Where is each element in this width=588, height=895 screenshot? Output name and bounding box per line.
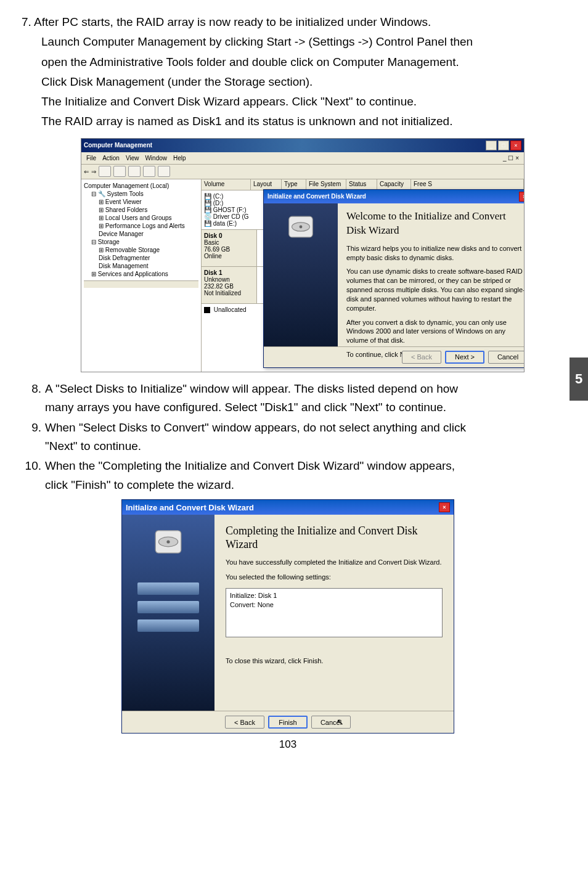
- mdi-close[interactable]: _ ☐ ×: [503, 155, 519, 161]
- toolbar-button-4[interactable]: [143, 166, 155, 177]
- step8-l1: A "Select Disks to Initialize" window wi…: [45, 382, 458, 395]
- disk0-name: Disk 0: [204, 232, 254, 239]
- tree-devmgr[interactable]: Device Manager: [84, 230, 198, 238]
- toolbar-button-1[interactable]: [99, 166, 111, 177]
- step9-l2: "Next" to continue.: [45, 439, 141, 452]
- step10-l1: When the "Completing the Initialize and …: [45, 459, 455, 472]
- wizard-dialog: Initialize and Convert Disk Wizard × Wel…: [263, 189, 525, 368]
- wizard-back-button: < Back: [402, 351, 441, 364]
- wizard-title: Initialize and Convert Disk Wizard: [267, 193, 519, 200]
- disk1-status: Not Initialized: [204, 290, 254, 296]
- svg-point-5: [166, 541, 169, 544]
- tree-event[interactable]: ⊞ Event Viewer: [84, 198, 198, 206]
- disk1-name: Disk 1: [204, 269, 254, 276]
- col-volume[interactable]: Volume: [202, 179, 251, 190]
- tree-removable[interactable]: ⊞ Removable Storage: [84, 246, 198, 254]
- settings-line2: Convert: None: [230, 600, 438, 609]
- wizard2-p1: You have successfully completed the Init…: [226, 558, 443, 566]
- minimize-button[interactable]: _: [486, 141, 497, 150]
- tree-users[interactable]: ⊞ Local Users and Groups: [84, 214, 198, 222]
- step7-line1: After PC starts, the RAID array is now r…: [34, 15, 431, 28]
- tree-perf[interactable]: ⊞ Performance Logs and Alerts: [84, 222, 198, 230]
- menu-file[interactable]: File: [86, 155, 96, 161]
- step7-line4: Click Disk Management (under the Storage…: [22, 72, 554, 92]
- screenshot-computer-management: Computer Management _ □ × File Action Vi…: [81, 138, 525, 372]
- disk-icon: [286, 212, 316, 242]
- wizard2-title: Initialize and Convert Disk Wizard: [126, 503, 439, 512]
- steps-block: 8. A "Select Disks to Initialize" window…: [22, 380, 554, 494]
- wizard-p2: You can use dynamic disks to create soft…: [346, 267, 525, 313]
- menu-view[interactable]: View: [126, 155, 139, 161]
- chapter-tab: 5: [570, 358, 588, 401]
- step7-line6: The RAID array is named as Disk1 and its…: [22, 112, 554, 131]
- settings-line1: Initialize: Disk 1: [230, 591, 438, 600]
- menu-help[interactable]: Help: [173, 155, 186, 161]
- wizard-next-button[interactable]: Next >: [445, 351, 484, 364]
- col-free[interactable]: Free S: [411, 179, 524, 190]
- disk0-status: Online: [204, 253, 254, 260]
- banner-slab-1: [137, 582, 199, 595]
- banner-slab-2: [137, 601, 199, 613]
- step8-l2: many arrays you have configured. Select …: [45, 401, 446, 414]
- banner-slab-3: [137, 619, 199, 632]
- toolbar: ⇐ ⇒: [81, 165, 524, 179]
- disk1-type: Unknown: [204, 276, 254, 283]
- unallocated-label: Unallocated: [214, 306, 247, 313]
- screenshot-wizard-complete: Initialize and Convert Disk Wizard × Com…: [121, 499, 454, 734]
- tree-systools[interactable]: ⊟ 🔧 System Tools: [84, 190, 198, 198]
- step9-l1: When "Select Disks to Convert" window ap…: [45, 421, 466, 434]
- wizard-close-button[interactable]: ×: [519, 192, 525, 202]
- tree-diskmgmt[interactable]: Disk Management: [84, 262, 198, 270]
- wizard-p1: This wizard helps you to initialize new …: [346, 244, 525, 263]
- tree-defrag[interactable]: Disk Defragmenter: [84, 254, 198, 262]
- maximize-button[interactable]: □: [498, 141, 509, 150]
- toolbar-button-3[interactable]: [128, 166, 141, 177]
- wizard2-finish-button[interactable]: Finish: [268, 716, 308, 729]
- step7-number: 7.: [22, 15, 31, 28]
- toolbar-button-2[interactable]: [113, 166, 126, 177]
- nav-back-icon[interactable]: ⇐: [84, 168, 89, 175]
- tree-scrollbar[interactable]: [84, 280, 198, 288]
- disk-icon: [152, 526, 184, 558]
- step8-number: 8.: [22, 380, 45, 417]
- close-button[interactable]: ×: [510, 141, 521, 150]
- col-capacity[interactable]: Capacity: [377, 179, 411, 190]
- wizard2-back-button[interactable]: < Back: [225, 716, 264, 729]
- disk0-size: 76.69 GB: [204, 246, 254, 253]
- wizard-banner: [264, 203, 338, 346]
- wizard2-p2: You selected the following settings:: [226, 573, 443, 581]
- tree-shared[interactable]: ⊞ Shared Folders: [84, 206, 198, 214]
- tree-root[interactable]: Computer Management (Local): [84, 182, 198, 190]
- tree-storage[interactable]: ⊟ Storage: [84, 238, 198, 246]
- col-status[interactable]: Status: [346, 179, 377, 190]
- step7-line3: open the Administrative Tools folder and…: [22, 52, 554, 72]
- disk1-size: 232.82 GB: [204, 283, 254, 290]
- wizard2-p3: To close this wizard, click Finish.: [226, 657, 443, 664]
- wizard-p3: After you convert a disk to dynamic, you…: [346, 318, 525, 346]
- wizard-cancel-button[interactable]: Cancel: [488, 351, 525, 364]
- svg-point-2: [300, 225, 303, 228]
- step7-block: 7. After PC starts, the RAID array is no…: [22, 12, 554, 132]
- menu-window[interactable]: Window: [145, 155, 167, 161]
- wizard2-banner: [122, 515, 214, 711]
- col-layout[interactable]: Layout: [251, 179, 282, 190]
- step10-number: 10.: [22, 457, 45, 494]
- unallocated-swatch: [204, 307, 210, 313]
- col-fs[interactable]: File System: [306, 179, 346, 190]
- step7-line2: Launch Computer Management by clicking S…: [22, 32, 554, 52]
- step10-l2: click "Finish" to complete the wizard.: [45, 478, 234, 491]
- wizard-heading: Welcome to the Initialize and Convert Di…: [346, 210, 525, 238]
- tree-panel: Computer Management (Local) ⊟ 🔧 System T…: [81, 179, 202, 372]
- window-titlebar: Computer Management _ □ ×: [81, 139, 524, 152]
- col-type[interactable]: Type: [282, 179, 306, 190]
- page-number: 103: [22, 738, 554, 751]
- step9-number: 9.: [22, 419, 45, 456]
- wizard2-cancel-button[interactable]: Cancel: [311, 716, 351, 729]
- nav-forward-icon[interactable]: ⇒: [91, 168, 96, 175]
- toolbar-button-5[interactable]: [158, 166, 170, 177]
- tree-services[interactable]: ⊞ Services and Applications: [84, 270, 198, 278]
- wizard2-close-button[interactable]: ×: [439, 502, 450, 512]
- menu-action[interactable]: Action: [102, 155, 120, 161]
- menubar: File Action View Window Help _ ☐ ×: [81, 152, 524, 165]
- window-title: Computer Management: [84, 142, 486, 149]
